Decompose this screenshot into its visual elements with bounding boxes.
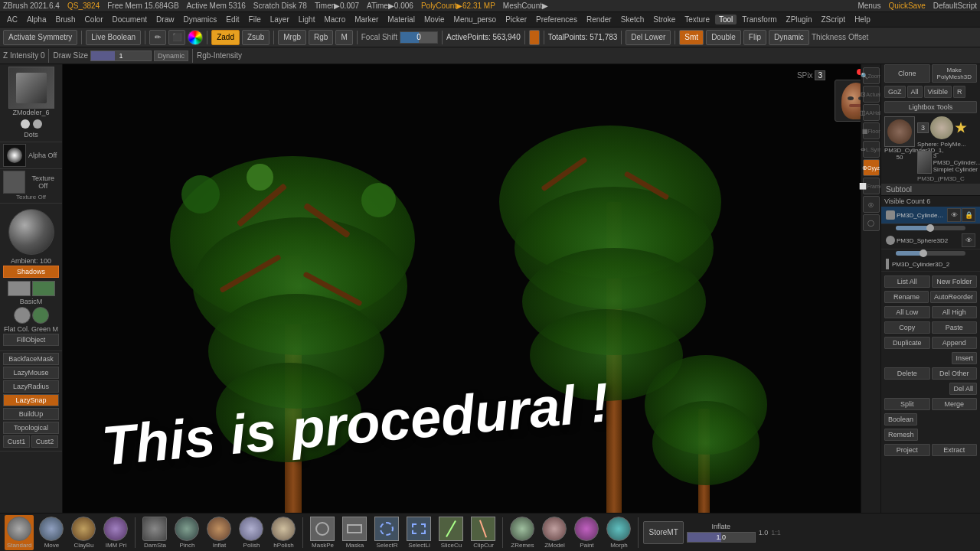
menu-transform[interactable]: Transform bbox=[738, 15, 780, 24]
menu-render[interactable]: Render bbox=[583, 15, 616, 24]
double-btn[interactable]: Double bbox=[706, 30, 741, 45]
lazy-mouse-btn[interactable]: LazyMouse bbox=[3, 367, 59, 379]
insert-btn[interactable]: Insert bbox=[952, 352, 977, 364]
tool-icon-large[interactable] bbox=[884, 116, 915, 147]
menu-brush[interactable]: Brush bbox=[51, 15, 79, 24]
menu-zplugin[interactable]: ZPlugin bbox=[782, 15, 816, 24]
boolean-btn[interactable]: Boolean bbox=[884, 413, 917, 425]
lazy-snap-btn[interactable]: LazySnap bbox=[3, 394, 59, 406]
material-ball[interactable] bbox=[8, 209, 54, 255]
brush-maska[interactable]: Maska bbox=[340, 515, 369, 550]
all-high-btn[interactable]: All High bbox=[932, 306, 978, 318]
live-boolean-btn[interactable]: Live Boolean bbox=[86, 30, 141, 45]
r-btn[interactable]: R bbox=[953, 86, 966, 98]
all-btn[interactable]: All bbox=[907, 86, 923, 98]
mesh-eye1[interactable]: 👁 bbox=[947, 208, 961, 222]
menu-sketch[interactable]: Sketch bbox=[617, 15, 648, 24]
tool-preview-icon[interactable] bbox=[8, 67, 54, 109]
dot-2[interactable] bbox=[33, 119, 42, 129]
menu-edit[interactable]: Edit bbox=[222, 15, 243, 24]
del-all-btn[interactable]: Del All bbox=[949, 383, 977, 395]
brush-zremes[interactable]: ZRemes bbox=[508, 515, 537, 550]
frame-btn[interactable]: ⬜Frame bbox=[863, 178, 880, 194]
lsym-btn[interactable]: ⇔L.Sym bbox=[863, 141, 880, 158]
cylinder-icon[interactable] bbox=[917, 151, 932, 174]
menu-stroke[interactable]: Stroke bbox=[649, 15, 679, 24]
del-lower-btn[interactable]: Del Lower bbox=[626, 30, 671, 45]
edit-icon[interactable]: ✏ bbox=[149, 30, 166, 45]
menu-zscript[interactable]: ZScript bbox=[817, 15, 849, 24]
project-btn[interactable]: Project bbox=[884, 444, 930, 456]
menu-file[interactable]: File bbox=[245, 15, 265, 24]
del-other-btn[interactable]: Del Other bbox=[932, 367, 978, 380]
rename-btn[interactable]: Rename bbox=[884, 291, 929, 303]
duplicate-btn[interactable]: Duplicate bbox=[884, 337, 930, 349]
all-low-btn[interactable]: All Low bbox=[884, 306, 930, 318]
menu-macro[interactable]: Macro bbox=[320, 15, 349, 24]
dynamic-btn[interactable]: Dynamic bbox=[769, 30, 809, 45]
auto-reorder-btn[interactable]: AutoReorder bbox=[930, 291, 977, 303]
menu-dynamics[interactable]: Dynamics bbox=[179, 15, 220, 24]
brush-slicecu[interactable]: SliceCu bbox=[436, 515, 466, 550]
brush-damsta[interactable]: DamSta bbox=[140, 515, 169, 550]
color-circle-2[interactable] bbox=[32, 307, 49, 324]
menu-help[interactable]: Help bbox=[851, 15, 874, 24]
topological-btn[interactable]: Topological bbox=[3, 422, 59, 434]
new-folder-btn[interactable]: New Folder bbox=[932, 276, 978, 288]
zadd-btn[interactable]: Zadd bbox=[211, 30, 240, 45]
color-circle-1[interactable] bbox=[14, 307, 31, 324]
brush-standard[interactable]: Standard bbox=[5, 515, 34, 550]
brush-imm[interactable]: IMM Pri bbox=[101, 515, 130, 550]
alpha-preview[interactable] bbox=[3, 144, 26, 167]
menu-tool[interactable]: Tool bbox=[715, 15, 737, 24]
brush-selectr[interactable]: SelectR bbox=[372, 515, 401, 550]
mesh-item-cylinder1[interactable]: PM3D_Cylinder3D_1 👁 🔒 bbox=[881, 207, 980, 224]
draw-size-slider[interactable]: 1 bbox=[90, 51, 152, 61]
zsub-btn[interactable]: Zsub bbox=[242, 30, 270, 45]
draw-icon[interactable]: ⬛ bbox=[168, 30, 185, 45]
mesh-lock1[interactable]: 🔒 bbox=[962, 208, 975, 222]
transp-btn[interactable]: ◎ bbox=[863, 196, 880, 213]
activate-symmetry-btn[interactable]: Activate Symmetry bbox=[3, 30, 77, 45]
brush-clipcur[interactable]: ClipCur bbox=[469, 515, 498, 550]
brush-polish[interactable]: Polish bbox=[237, 515, 266, 550]
viewport[interactable]: SPix 3 This is procedural ! bbox=[63, 64, 880, 513]
backface-mask-btn[interactable]: BackfaceMask bbox=[3, 353, 59, 365]
color-wheel[interactable] bbox=[188, 30, 203, 45]
mesh-item-cylinder2[interactable]: PM3D_Cylinder3D_2 bbox=[881, 257, 980, 272]
paste-btn[interactable]: Paste bbox=[932, 321, 978, 334]
storemt-btn[interactable]: StoreMT bbox=[643, 521, 683, 544]
goz-btn[interactable]: GoZ bbox=[884, 86, 906, 98]
sphere-icon[interactable] bbox=[930, 116, 953, 139]
extract-btn[interactable]: Extract bbox=[932, 444, 978, 456]
fill-object-btn[interactable]: FillObject bbox=[3, 334, 59, 346]
dot-1[interactable] bbox=[21, 119, 30, 129]
shadows-btn[interactable]: Shadows bbox=[3, 266, 59, 278]
split-btn[interactable]: Split bbox=[884, 398, 930, 410]
menu-layer[interactable]: Layer bbox=[266, 15, 293, 24]
gxyz-btn[interactable]: ⊕Gyyz bbox=[863, 159, 880, 176]
clone-btn[interactable]: Clone bbox=[884, 64, 930, 83]
m-btn[interactable]: M bbox=[335, 30, 352, 45]
menu-marker[interactable]: Marker bbox=[351, 15, 382, 24]
menu-color[interactable]: Color bbox=[81, 15, 107, 24]
del-higher-btn[interactable] bbox=[529, 30, 540, 45]
brush-paint[interactable]: Paint bbox=[572, 515, 601, 550]
menu-ac[interactable]: AC bbox=[3, 15, 21, 24]
brush-move[interactable]: Move bbox=[37, 515, 66, 550]
menu-preferences[interactable]: Preferences bbox=[532, 15, 581, 24]
brush-selectli[interactable]: SelectLi bbox=[404, 515, 433, 550]
star-icon[interactable] bbox=[955, 122, 967, 134]
make-polymesh-btn[interactable]: Make PolyMesh3D bbox=[932, 64, 978, 83]
list-all-btn[interactable]: List All bbox=[884, 276, 930, 288]
menu-menuperso[interactable]: Menu_perso bbox=[450, 15, 501, 24]
cust2-btn[interactable]: Cust2 bbox=[31, 435, 58, 448]
inflate-slider[interactable]: 1.0 bbox=[687, 532, 756, 543]
menu-alpha[interactable]: Alpha bbox=[23, 15, 51, 24]
detail-slider1[interactable] bbox=[896, 226, 965, 230]
rgb-btn[interactable]: Rgb bbox=[309, 30, 333, 45]
brush-zmodel[interactable]: ZModel bbox=[540, 515, 569, 550]
floor-btn[interactable]: ▦Floor bbox=[863, 122, 880, 139]
brush-hpolish[interactable]: hPolish bbox=[269, 515, 298, 550]
append-btn[interactable]: Append bbox=[932, 337, 978, 349]
